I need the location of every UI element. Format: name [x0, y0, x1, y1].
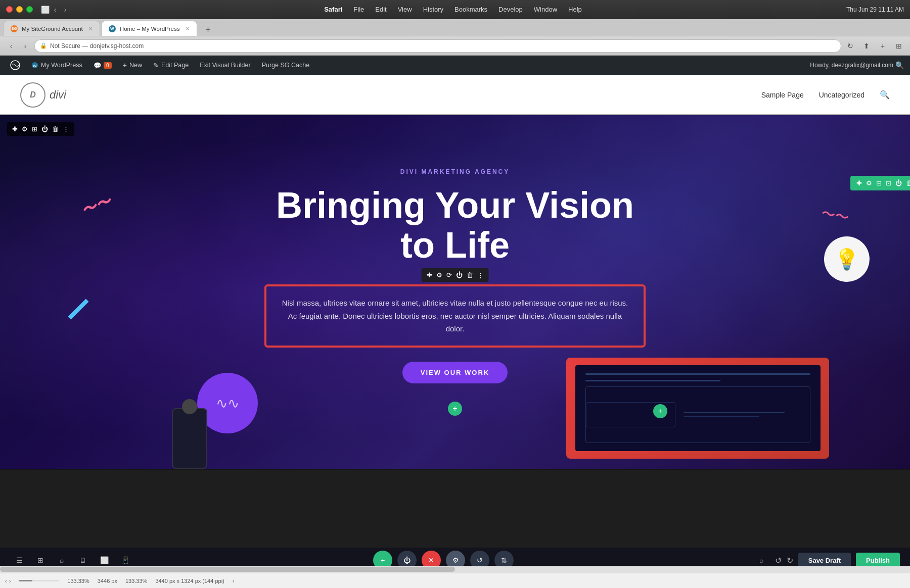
- comments-icon: 💬: [94, 62, 102, 69]
- add-bookmark-button[interactable]: +: [877, 40, 889, 52]
- wp-logo-item[interactable]: [6, 56, 24, 75]
- browser-back-btn[interactable]: ‹: [5, 40, 17, 52]
- new-plus-icon: +: [123, 61, 127, 69]
- dimensions-label: 3440 px x 1324 px (144 ppi): [155, 578, 224, 584]
- text-add-icon[interactable]: ✚: [426, 270, 433, 280]
- status-forward-icon[interactable]: ›: [9, 578, 11, 584]
- address-bar[interactable]: 🔒 Not Secure — donjetv.sg-host.com: [34, 39, 841, 53]
- menu-view[interactable]: View: [398, 6, 412, 13]
- menu-help[interactable]: Help: [568, 6, 582, 13]
- section-more-icon[interactable]: ⋮: [62, 124, 70, 134]
- section-toolbar[interactable]: ✚ ⚙ ⊞ ⏻ 🗑 ⋮: [7, 122, 74, 136]
- add-module-button[interactable]: +: [448, 402, 462, 416]
- row-disable-icon[interactable]: ⏻: [894, 178, 903, 188]
- text-more-icon[interactable]: ⋮: [476, 270, 485, 280]
- row-columns-icon[interactable]: ⊡: [885, 178, 892, 188]
- row-delete-icon[interactable]: 🗑: [905, 178, 910, 188]
- edit-page-label: Edit Page: [161, 62, 189, 69]
- maximize-button[interactable]: [26, 6, 33, 13]
- search-admin-icon[interactable]: 🔍: [895, 61, 904, 69]
- menu-bookmarks[interactable]: Bookmarks: [454, 6, 487, 13]
- text-module-toolbar[interactable]: ✚ ⚙ ⟳ ⏻ 🗑 ⋮: [422, 268, 489, 282]
- wp-exit-visual-builder[interactable]: Exit Visual Builder: [196, 56, 255, 75]
- nav-buttons[interactable]: ‹ ›: [5, 40, 31, 52]
- browser-forward-btn[interactable]: ›: [19, 40, 31, 52]
- deco-lightbulb: 💡: [824, 236, 870, 282]
- section-disable-icon[interactable]: ⏻: [40, 124, 49, 134]
- menu-edit[interactable]: Edit: [375, 6, 386, 13]
- window-controls[interactable]: ⬜ ‹ ›: [41, 6, 69, 14]
- section-add-icon[interactable]: ✚: [11, 124, 19, 134]
- back-btn[interactable]: ‹: [51, 6, 59, 14]
- row-settings-icon[interactable]: ⚙: [865, 178, 873, 188]
- tab-siteground[interactable]: SG My SiteGround Account ×: [3, 21, 100, 36]
- minimize-button[interactable]: [16, 6, 23, 13]
- tab-label-wordpress: Home – My WordPress: [120, 26, 180, 32]
- menu-file[interactable]: File: [353, 6, 364, 13]
- site-header: D divi Sample Page Uncategorized 🔍: [0, 75, 910, 115]
- wp-admin-bar: W My WordPress 💬 0 + New ✎ Edit Page Exi…: [0, 56, 910, 75]
- hero-title-line1: Bringing Your Vision: [228, 185, 682, 225]
- menu-safari[interactable]: Safari: [324, 6, 342, 13]
- forward-btn-win[interactable]: ›: [61, 6, 69, 14]
- text-delete-icon[interactable]: 🗑: [466, 270, 474, 280]
- section-layout-icon[interactable]: ⊞: [31, 124, 38, 134]
- nav-sample-page[interactable]: Sample Page: [761, 91, 804, 99]
- new-tab-button[interactable]: +: [202, 24, 214, 36]
- text-settings-icon[interactable]: ⚙: [435, 270, 443, 280]
- close-button[interactable]: [6, 6, 13, 13]
- title-bar: ⬜ ‹ › Safari File Edit View History Book…: [0, 0, 910, 19]
- row-add-icon[interactable]: ✚: [855, 178, 863, 188]
- system-status-icons: Thu Jun 29 11:11 AM: [846, 6, 904, 13]
- wp-edit-page-item[interactable]: ✎ Edit Page: [149, 56, 193, 75]
- bottom-redo-icon[interactable]: ↻: [787, 556, 793, 565]
- wp-site-name[interactable]: W My WordPress: [27, 56, 86, 75]
- cta-button[interactable]: VIEW OUR WORK: [402, 362, 508, 383]
- px-value-label: 3446 px: [98, 578, 117, 584]
- row-layout-icon[interactable]: ⊞: [875, 178, 883, 188]
- tab-close-wordpress[interactable]: ×: [186, 25, 189, 32]
- hero-section: ✚ ⚙ ⊞ ⏻ 🗑 ⋮ 〜〜 〜〜 💡 ✚ ⚙ ⊞ ⊡ ⏻ 🗑 ⋮ DIVI M…: [0, 115, 910, 469]
- menu-window[interactable]: Window: [534, 6, 557, 13]
- section-settings-icon[interactable]: ⚙: [21, 124, 29, 134]
- share-button[interactable]: ⬆: [860, 40, 873, 52]
- section-delete-icon[interactable]: 🗑: [51, 124, 60, 134]
- horizontal-scrollbar[interactable]: [0, 566, 910, 573]
- hero-content: DIVI MARKETING AGENCY Bringing Your Visi…: [228, 168, 682, 416]
- site-navigation: Sample Page Uncategorized 🔍: [761, 90, 890, 100]
- row-toolbar[interactable]: ✚ ⚙ ⊞ ⊡ ⏻ 🗑 ⋮: [850, 176, 910, 190]
- site-logo: D divi: [20, 82, 66, 108]
- reload-button[interactable]: ↻: [844, 40, 856, 52]
- site-search-icon[interactable]: 🔍: [880, 90, 890, 100]
- zoom-progress-bar: [19, 580, 59, 581]
- wp-new-item[interactable]: + New: [119, 56, 146, 75]
- time-display: Thu Jun 29 11:11 AM: [846, 6, 904, 13]
- zoom-thumb: [19, 580, 32, 581]
- purge-cache-label: Purge SG Cache: [262, 62, 310, 69]
- tab-close-siteground[interactable]: ×: [89, 25, 93, 32]
- deco-blue-slash: [68, 299, 88, 319]
- howdy-text: Howdy, deezgrafix@gmail.com: [810, 62, 893, 69]
- url-text: Not Secure — donjetv.sg-host.com: [50, 42, 144, 50]
- tab-favicon-wordpress: W: [109, 25, 116, 32]
- tab-wordpress[interactable]: W Home – My WordPress ×: [101, 21, 197, 36]
- status-nav-arrows[interactable]: ‹ ›: [5, 578, 11, 584]
- extensions-button[interactable]: ⊞: [893, 40, 905, 52]
- menu-history[interactable]: History: [423, 6, 443, 13]
- sidebar-toggle-btn[interactable]: ⬜: [41, 6, 49, 14]
- scrollbar-thumb[interactable]: [0, 567, 455, 572]
- menu-develop[interactable]: Develop: [498, 6, 523, 13]
- bottom-undo-icon[interactable]: ↺: [775, 556, 782, 565]
- text-copy-icon[interactable]: ⟳: [445, 270, 453, 280]
- hero-subtitle-text: Nisl massa, ultrices vitae ornare sit am…: [282, 297, 628, 335]
- logo-circle: D: [20, 82, 46, 108]
- text-module[interactable]: Nisl massa, ultrices vitae ornare sit am…: [265, 285, 645, 347]
- tab-label-siteground: My SiteGround Account: [22, 26, 83, 32]
- status-back-icon[interactable]: ‹: [5, 578, 7, 584]
- wp-purge-cache[interactable]: Purge SG Cache: [258, 56, 314, 75]
- text-disable-icon[interactable]: ⏻: [455, 270, 464, 280]
- tab-favicon-siteground: SG: [11, 25, 18, 32]
- wp-comments-item[interactable]: 💬 0: [89, 56, 116, 75]
- nav-uncategorized[interactable]: Uncategorized: [819, 91, 864, 99]
- traffic-lights[interactable]: [6, 6, 33, 13]
